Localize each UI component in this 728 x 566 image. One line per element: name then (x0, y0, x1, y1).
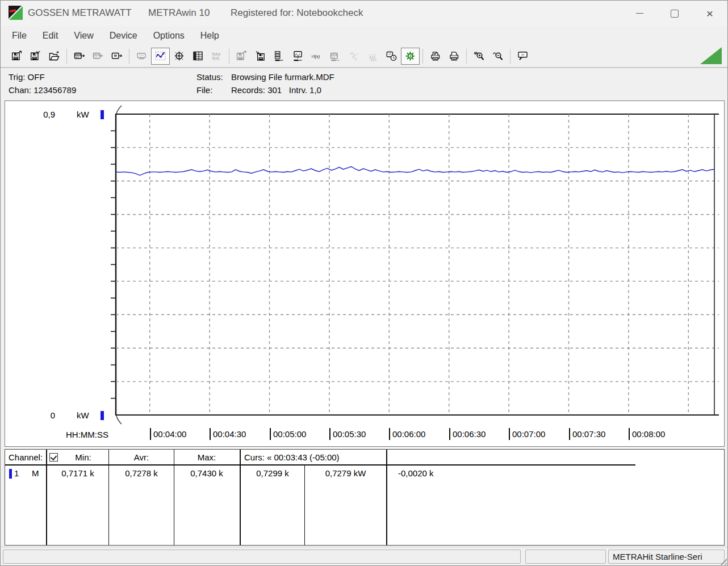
open-file-button[interactable] (45, 48, 64, 65)
device-write-icon: 321 (92, 51, 104, 61)
toolbar-separator (422, 49, 423, 64)
x-tick-label: 00:05:30 (329, 428, 366, 440)
stat-view-button[interactable] (207, 48, 226, 65)
toolbar-corner-triangle-icon (700, 47, 722, 64)
x-tick-label: 00:05:00 (270, 428, 306, 440)
time-setup-button[interactable]: 12 (382, 48, 401, 65)
cell-cursor-value1: 0,7299 k (241, 468, 304, 478)
export-data-button[interactable] (232, 48, 251, 65)
x-tick-label: 00:06:30 (449, 428, 486, 440)
svg-text:1257: 1257 (139, 54, 145, 57)
menu-view[interactable]: View (66, 28, 101, 44)
zoom-in-button[interactable] (470, 48, 488, 65)
header-channel: Channel: (9, 452, 43, 462)
toolbar-separator (466, 49, 467, 64)
online-gear-button[interactable] (401, 48, 420, 65)
stat-view-icon (211, 51, 223, 61)
device-setup-button[interactable]: 321 (326, 48, 345, 65)
device-memory-button[interactable]: M (107, 48, 126, 65)
file-value: Records: 301 Intrv. 1,0 (231, 85, 321, 95)
x-tick-label: 00:07:00 (509, 428, 545, 440)
chart-panel: 0,9 kW 0 kW HH:MM:SS 00:04:0000:04:3000:… (5, 100, 725, 447)
annotation-button[interactable]: !/? (513, 48, 532, 65)
print-preview-button[interactable] (426, 48, 445, 65)
title-brand: GOSSEN METRAWATT (28, 7, 132, 19)
cell-min: 0,7171 k (47, 468, 108, 478)
device-memory-icon: M (111, 51, 123, 61)
svg-text:321: 321 (95, 54, 98, 56)
save-import-button[interactable] (26, 48, 45, 65)
zoom-out-button[interactable] (488, 48, 507, 65)
close-button[interactable]: × (692, 3, 727, 24)
pulse-out-button[interactable] (363, 48, 382, 65)
export-data-icon (236, 51, 248, 61)
maximize-button[interactable] (657, 3, 692, 24)
cursor-view-icon (173, 51, 185, 61)
x-tick-label: 00:06:00 (389, 428, 425, 440)
store-data-button[interactable] (251, 48, 270, 65)
zoom-out-icon (492, 51, 504, 61)
status-panel-main (3, 550, 521, 564)
display-values-icon: 1257 (136, 51, 148, 61)
display-values-button[interactable]: 1257 (132, 48, 151, 65)
cell-cursor-value2: 0,7279 kW (305, 468, 386, 478)
formula-fx-icon: =f(x) (311, 51, 323, 61)
menu-edit[interactable]: Edit (35, 28, 66, 44)
x-tick-label: 00:07:30 (569, 428, 605, 440)
chart-view-icon (154, 51, 166, 61)
minimize-button[interactable] (622, 3, 657, 24)
menu-options[interactable]: Options (145, 28, 193, 44)
chart-plot[interactable] (5, 101, 724, 446)
analog-out-icon (348, 51, 360, 61)
annotation-icon: !/? (517, 51, 529, 61)
svg-text:=f(x): =f(x) (311, 54, 320, 59)
print-preview-icon (429, 51, 441, 61)
svg-text:321: 321 (332, 54, 336, 56)
app-logo-icon (9, 6, 23, 20)
device-write-button[interactable]: 321 (89, 48, 107, 65)
analog-out-button[interactable] (345, 48, 363, 65)
app-window: GOSSEN METRAWATT METRAwin 10 Registered … (0, 0, 728, 566)
channel-list: Chan: 123456789 (9, 85, 76, 95)
device-read-button[interactable]: 321 (70, 48, 89, 65)
save-import-icon (30, 51, 41, 61)
x-axis-format-label: HH:MM:SS (55, 430, 108, 439)
measurement-table: Channel: Min: Avr: Max: Curs: « 00:03:43… (5, 449, 725, 546)
toolbar: 321321M1257=f(x)32112!/? (1, 45, 727, 68)
chart-view-button[interactable] (151, 48, 170, 65)
svg-text:321: 321 (76, 54, 80, 56)
device-name: METRAHit Starline-Seri (609, 550, 724, 561)
minimize-icon (636, 13, 643, 14)
menu-help[interactable]: Help (193, 28, 227, 44)
header-max: Max: (174, 452, 240, 462)
toolbar-separator (66, 49, 67, 64)
menu-file[interactable]: File (4, 28, 35, 44)
channel-color-marker (9, 469, 12, 479)
open-file-icon (48, 51, 60, 61)
status-label: Status: (196, 72, 223, 82)
display-setup-button[interactable] (288, 48, 307, 65)
title-app: METRAwin 10 (148, 7, 210, 19)
menu-device[interactable]: Device (102, 28, 145, 44)
header-avr: Avr: (109, 452, 174, 462)
status-panel-device: METRAHit Starline-Seri (608, 550, 725, 564)
channel-setup-icon (273, 51, 285, 61)
formula-fx-button[interactable]: =f(x) (307, 48, 326, 65)
table-view-button[interactable] (189, 48, 207, 65)
channel-setup-button[interactable] (270, 48, 288, 65)
save-export-button[interactable] (7, 48, 26, 65)
info-panel: Trig: OFF Chan: 123456789 Status: Browsi… (1, 68, 727, 99)
print-icon (448, 51, 460, 61)
device-read-icon: 321 (73, 51, 85, 61)
menu-bar: File Edit View Device Options Help (1, 26, 727, 45)
cursor-view-button[interactable] (170, 48, 189, 65)
pulse-out-icon (367, 51, 379, 61)
toolbar-separator (129, 49, 129, 64)
channel-visibility-checkbox[interactable] (49, 453, 58, 462)
maximize-icon (671, 10, 679, 18)
print-button[interactable] (445, 48, 463, 65)
cell-channel-number: 1 (14, 468, 19, 478)
status-bar: METRAHit Starline-Seri (1, 547, 727, 565)
cell-cursor-delta: -0,0020 k (398, 468, 434, 478)
cell-max: 0,7430 k (174, 468, 240, 478)
